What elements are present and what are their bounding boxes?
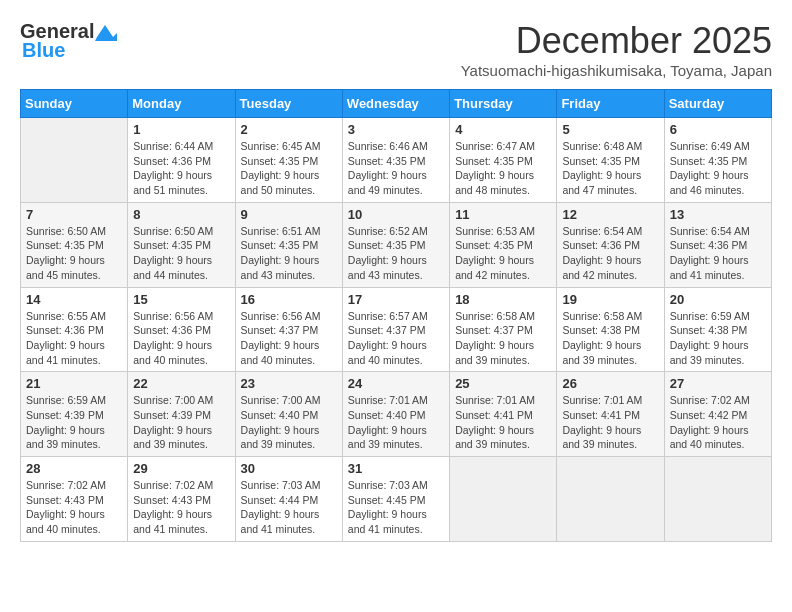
- weekday-header-sunday: Sunday: [21, 90, 128, 118]
- weekday-header-monday: Monday: [128, 90, 235, 118]
- day-number: 10: [348, 207, 444, 222]
- day-number: 16: [241, 292, 337, 307]
- calendar-week-5: 28 Sunrise: 7:02 AMSunset: 4:43 PMDaylig…: [21, 457, 772, 542]
- calendar-cell: 23 Sunrise: 7:00 AMSunset: 4:40 PMDaylig…: [235, 372, 342, 457]
- weekday-header-row: SundayMondayTuesdayWednesdayThursdayFrid…: [21, 90, 772, 118]
- day-info: Sunrise: 7:01 AMSunset: 4:41 PMDaylight:…: [455, 394, 535, 450]
- calendar-cell: 8 Sunrise: 6:50 AMSunset: 4:35 PMDayligh…: [128, 202, 235, 287]
- day-info: Sunrise: 6:44 AMSunset: 4:36 PMDaylight:…: [133, 140, 213, 196]
- svg-marker-0: [95, 25, 117, 41]
- day-number: 13: [670, 207, 766, 222]
- calendar-cell: 26 Sunrise: 7:01 AMSunset: 4:41 PMDaylig…: [557, 372, 664, 457]
- day-number: 26: [562, 376, 658, 391]
- day-number: 27: [670, 376, 766, 391]
- day-number: 25: [455, 376, 551, 391]
- day-number: 9: [241, 207, 337, 222]
- calendar-cell: 18 Sunrise: 6:58 AMSunset: 4:37 PMDaylig…: [450, 287, 557, 372]
- day-number: 24: [348, 376, 444, 391]
- day-info: Sunrise: 7:02 AMSunset: 4:42 PMDaylight:…: [670, 394, 750, 450]
- logo: General Blue: [20, 20, 117, 62]
- calendar-week-3: 14 Sunrise: 6:55 AMSunset: 4:36 PMDaylig…: [21, 287, 772, 372]
- location: Yatsuomachi-higashikumisaka, Toyama, Jap…: [461, 62, 772, 79]
- calendar-cell: 31 Sunrise: 7:03 AMSunset: 4:45 PMDaylig…: [342, 457, 449, 542]
- day-number: 23: [241, 376, 337, 391]
- day-info: Sunrise: 6:56 AMSunset: 4:37 PMDaylight:…: [241, 310, 321, 366]
- weekday-header-wednesday: Wednesday: [342, 90, 449, 118]
- day-number: 17: [348, 292, 444, 307]
- day-number: 18: [455, 292, 551, 307]
- calendar-cell: 11 Sunrise: 6:53 AMSunset: 4:35 PMDaylig…: [450, 202, 557, 287]
- day-info: Sunrise: 6:49 AMSunset: 4:35 PMDaylight:…: [670, 140, 750, 196]
- calendar-cell: 24 Sunrise: 7:01 AMSunset: 4:40 PMDaylig…: [342, 372, 449, 457]
- day-number: 4: [455, 122, 551, 137]
- calendar-cell: [664, 457, 771, 542]
- day-number: 30: [241, 461, 337, 476]
- day-info: Sunrise: 6:55 AMSunset: 4:36 PMDaylight:…: [26, 310, 106, 366]
- day-number: 2: [241, 122, 337, 137]
- calendar-cell: 13 Sunrise: 6:54 AMSunset: 4:36 PMDaylig…: [664, 202, 771, 287]
- day-info: Sunrise: 6:47 AMSunset: 4:35 PMDaylight:…: [455, 140, 535, 196]
- day-info: Sunrise: 7:00 AMSunset: 4:40 PMDaylight:…: [241, 394, 321, 450]
- calendar-cell: 14 Sunrise: 6:55 AMSunset: 4:36 PMDaylig…: [21, 287, 128, 372]
- day-info: Sunrise: 7:01 AMSunset: 4:40 PMDaylight:…: [348, 394, 428, 450]
- day-number: 15: [133, 292, 229, 307]
- calendar-cell: 10 Sunrise: 6:52 AMSunset: 4:35 PMDaylig…: [342, 202, 449, 287]
- day-info: Sunrise: 6:48 AMSunset: 4:35 PMDaylight:…: [562, 140, 642, 196]
- day-info: Sunrise: 6:59 AMSunset: 4:38 PMDaylight:…: [670, 310, 750, 366]
- calendar-week-1: 1 Sunrise: 6:44 AMSunset: 4:36 PMDayligh…: [21, 118, 772, 203]
- day-number: 7: [26, 207, 122, 222]
- day-info: Sunrise: 6:50 AMSunset: 4:35 PMDaylight:…: [133, 225, 213, 281]
- day-number: 29: [133, 461, 229, 476]
- day-number: 11: [455, 207, 551, 222]
- logo-icon: [95, 23, 117, 41]
- day-info: Sunrise: 6:56 AMSunset: 4:36 PMDaylight:…: [133, 310, 213, 366]
- calendar-cell: 16 Sunrise: 6:56 AMSunset: 4:37 PMDaylig…: [235, 287, 342, 372]
- day-info: Sunrise: 6:50 AMSunset: 4:35 PMDaylight:…: [26, 225, 106, 281]
- calendar-cell: 4 Sunrise: 6:47 AMSunset: 4:35 PMDayligh…: [450, 118, 557, 203]
- day-info: Sunrise: 7:02 AMSunset: 4:43 PMDaylight:…: [26, 479, 106, 535]
- month-title: December 2025: [461, 20, 772, 62]
- day-number: 21: [26, 376, 122, 391]
- calendar-cell: 6 Sunrise: 6:49 AMSunset: 4:35 PMDayligh…: [664, 118, 771, 203]
- day-number: 19: [562, 292, 658, 307]
- calendar-cell: 22 Sunrise: 7:00 AMSunset: 4:39 PMDaylig…: [128, 372, 235, 457]
- day-info: Sunrise: 6:53 AMSunset: 4:35 PMDaylight:…: [455, 225, 535, 281]
- day-info: Sunrise: 6:45 AMSunset: 4:35 PMDaylight:…: [241, 140, 321, 196]
- calendar-cell: 3 Sunrise: 6:46 AMSunset: 4:35 PMDayligh…: [342, 118, 449, 203]
- calendar-week-4: 21 Sunrise: 6:59 AMSunset: 4:39 PMDaylig…: [21, 372, 772, 457]
- calendar-cell: 9 Sunrise: 6:51 AMSunset: 4:35 PMDayligh…: [235, 202, 342, 287]
- weekday-header-friday: Friday: [557, 90, 664, 118]
- calendar-cell: 25 Sunrise: 7:01 AMSunset: 4:41 PMDaylig…: [450, 372, 557, 457]
- day-info: Sunrise: 7:03 AMSunset: 4:45 PMDaylight:…: [348, 479, 428, 535]
- calendar-cell: 30 Sunrise: 7:03 AMSunset: 4:44 PMDaylig…: [235, 457, 342, 542]
- day-number: 14: [26, 292, 122, 307]
- calendar-cell: 29 Sunrise: 7:02 AMSunset: 4:43 PMDaylig…: [128, 457, 235, 542]
- calendar-week-2: 7 Sunrise: 6:50 AMSunset: 4:35 PMDayligh…: [21, 202, 772, 287]
- day-info: Sunrise: 6:57 AMSunset: 4:37 PMDaylight:…: [348, 310, 428, 366]
- weekday-header-saturday: Saturday: [664, 90, 771, 118]
- day-info: Sunrise: 7:03 AMSunset: 4:44 PMDaylight:…: [241, 479, 321, 535]
- day-number: 31: [348, 461, 444, 476]
- day-info: Sunrise: 7:02 AMSunset: 4:43 PMDaylight:…: [133, 479, 213, 535]
- day-info: Sunrise: 6:59 AMSunset: 4:39 PMDaylight:…: [26, 394, 106, 450]
- calendar-cell: 12 Sunrise: 6:54 AMSunset: 4:36 PMDaylig…: [557, 202, 664, 287]
- calendar-cell: 5 Sunrise: 6:48 AMSunset: 4:35 PMDayligh…: [557, 118, 664, 203]
- day-info: Sunrise: 6:51 AMSunset: 4:35 PMDaylight:…: [241, 225, 321, 281]
- calendar-body: 1 Sunrise: 6:44 AMSunset: 4:36 PMDayligh…: [21, 118, 772, 542]
- page-header: General Blue December 2025 Yatsuomachi-h…: [20, 20, 772, 79]
- calendar-cell: 28 Sunrise: 7:02 AMSunset: 4:43 PMDaylig…: [21, 457, 128, 542]
- day-info: Sunrise: 7:01 AMSunset: 4:41 PMDaylight:…: [562, 394, 642, 450]
- calendar-cell: 27 Sunrise: 7:02 AMSunset: 4:42 PMDaylig…: [664, 372, 771, 457]
- logo-blue: Blue: [22, 39, 65, 62]
- day-info: Sunrise: 6:52 AMSunset: 4:35 PMDaylight:…: [348, 225, 428, 281]
- day-info: Sunrise: 6:54 AMSunset: 4:36 PMDaylight:…: [670, 225, 750, 281]
- calendar-cell: 21 Sunrise: 6:59 AMSunset: 4:39 PMDaylig…: [21, 372, 128, 457]
- day-number: 8: [133, 207, 229, 222]
- day-info: Sunrise: 7:00 AMSunset: 4:39 PMDaylight:…: [133, 394, 213, 450]
- calendar-cell: 17 Sunrise: 6:57 AMSunset: 4:37 PMDaylig…: [342, 287, 449, 372]
- day-number: 1: [133, 122, 229, 137]
- weekday-header-tuesday: Tuesday: [235, 90, 342, 118]
- calendar-cell: 15 Sunrise: 6:56 AMSunset: 4:36 PMDaylig…: [128, 287, 235, 372]
- day-info: Sunrise: 6:58 AMSunset: 4:37 PMDaylight:…: [455, 310, 535, 366]
- day-number: 22: [133, 376, 229, 391]
